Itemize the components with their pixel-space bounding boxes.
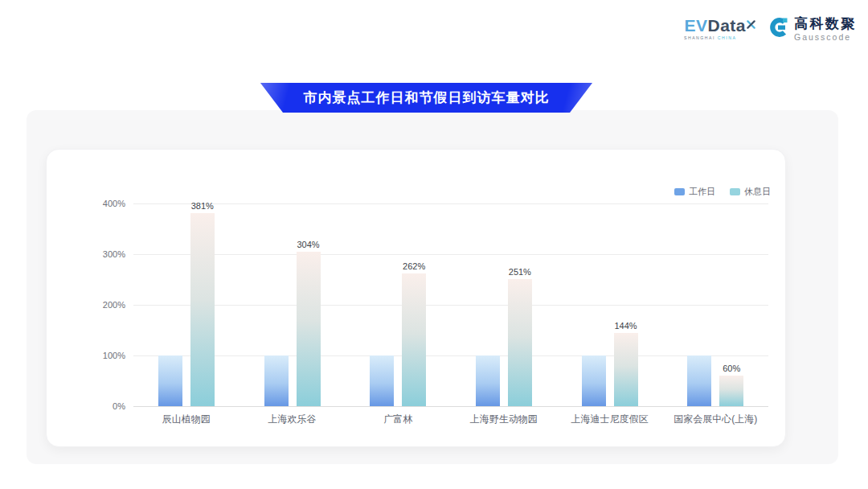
legend-label-restday: 休息日 (744, 186, 771, 198)
evdata-subtitle: SHANGHAI CHINA (684, 36, 744, 40)
workday-bar (370, 355, 394, 406)
gausscode-text: 高科数聚 Gausscode (794, 17, 857, 42)
value-label: 304% (297, 240, 319, 249)
workday-bar (264, 355, 289, 406)
content-panel: 工作日 休息日 400%300%200%100%0% 381%辰山植物园304%… (27, 110, 838, 464)
restday-bar-column: 251% (508, 267, 532, 406)
gausscode-en: Gausscode (794, 33, 857, 42)
category-label: 国家会展中心(上海) (631, 413, 800, 426)
workday-bar (687, 355, 711, 406)
workday-bar (158, 355, 182, 406)
y-tick-label: 400% (103, 199, 125, 208)
plot-area: 381%辰山植物园304%上海欢乐谷262%广富林251%上海野生动物园144%… (133, 203, 768, 406)
y-axis: 400%300%200%100%0% (85, 203, 125, 406)
page: { "header": { "evdata_logo": { "ev": "EV… (0, 0, 868, 489)
evdata-data-text: Data (707, 17, 746, 34)
restday-bar-column: 262% (402, 261, 426, 406)
legend-item-workday[interactable]: 工作日 (674, 186, 715, 198)
restday-bar-column: 144% (614, 321, 638, 406)
restday-swatch-icon (730, 188, 740, 195)
evdata-x-icon (747, 14, 755, 31)
evdata-ev-text: EV (684, 17, 707, 34)
restday-bar (402, 273, 426, 406)
title-ribbon: 市内景点工作日和节假日到访车量对比 (260, 83, 592, 113)
value-label: 60% (723, 364, 740, 373)
workday-swatch-icon (674, 188, 685, 195)
bar-group: 251%上海野生动物园 (451, 203, 557, 406)
value-label: 381% (191, 201, 214, 211)
bar-group: 262%广富林 (345, 203, 451, 406)
value-label: 251% (509, 267, 531, 277)
gausscode-icon (767, 16, 789, 42)
restday-bar-column: 304% (297, 240, 321, 406)
restday-bar (297, 252, 321, 406)
chart-card: 工作日 休息日 400%300%200%100%0% 381%辰山植物园304%… (46, 149, 786, 447)
restday-bar (719, 376, 743, 406)
value-label: 262% (403, 261, 425, 271)
evdata-subtitle-left: SHANGHAI (684, 36, 715, 40)
bar-groups: 381%辰山植物园304%上海欢乐谷262%广富林251%上海野生动物园144%… (133, 203, 768, 406)
evdata-subtitle-right: CHINA (718, 36, 737, 40)
y-tick-label: 100% (103, 351, 125, 360)
y-tick-label: 0% (113, 401, 125, 411)
y-tick-label: 200% (103, 300, 125, 310)
restday-bar-column: 381% (190, 201, 215, 406)
evdata-logo: EVData SHANGHAI CHINA (684, 17, 755, 41)
bar-group: 304%上海欢乐谷 (240, 203, 346, 406)
gridline (133, 406, 768, 407)
value-label: 144% (614, 321, 637, 331)
restday-bar (508, 279, 532, 406)
gausscode-cn: 高科数聚 (794, 17, 857, 31)
gausscode-logo: 高科数聚 Gausscode (767, 16, 857, 42)
bar-group: 60%国家会展中心(上海) (662, 203, 768, 406)
brand-logos: EVData SHANGHAI CHINA 高科数聚 Gausscode (684, 16, 857, 42)
legend: 工作日 休息日 (674, 186, 771, 198)
page-title: 市内景点工作日和节假日到访车量对比 (304, 88, 550, 107)
legend-label-workday: 工作日 (689, 186, 715, 198)
workday-bar (582, 355, 606, 406)
bar-group: 381%辰山植物园 (133, 203, 240, 406)
restday-bar (614, 333, 638, 406)
bar-group: 144%上海迪士尼度假区 (557, 203, 663, 406)
restday-bar (190, 213, 215, 406)
y-tick-label: 300% (103, 249, 125, 259)
legend-item-restday[interactable]: 休息日 (730, 186, 771, 198)
workday-bar (476, 355, 500, 406)
restday-bar-column: 60% (719, 364, 743, 406)
evdata-wordmark: EVData (684, 17, 755, 34)
